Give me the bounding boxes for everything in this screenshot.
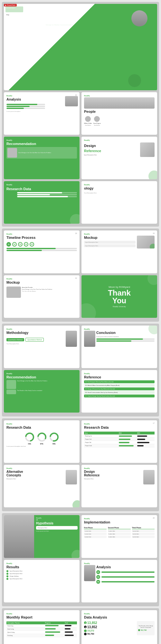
hero-image (131, 10, 147, 26)
monthly-table: Description Themes Progress Final Search… (6, 621, 77, 637)
analysis-bottom-image (84, 565, 95, 581)
ology-slide: Readify ology Your Description Here (81, 181, 157, 224)
rd-row-3: Project 3rd (84, 441, 155, 444)
analysis-bottom-slide: Readify Analysis 01 02 (81, 560, 157, 602)
hero-title-line1: Thesis (46, 9, 73, 16)
monthly-row-1: Searching (6, 624, 77, 628)
impl-col1: First Phase Lorem item Lorem item Lorem … (84, 527, 107, 538)
monthly-cell-2a: Goal Living (6, 627, 44, 630)
alt-label: Readify (6, 467, 77, 469)
dot-1: 01 (6, 242, 11, 247)
donut-3: 79% (49, 432, 59, 445)
row-mockup-thankyou: Readify 32 Mockup Ideas that Provoke Goo… (4, 275, 157, 318)
conclusion-text: Conclusion Lorem ipsum dolor sit amet co… (96, 331, 155, 347)
impl-col3: Third Phase Lorem item Lorem item Lorem … (132, 527, 155, 538)
dot-2: 02 (12, 242, 17, 247)
rec-content: Good Design is the One Man Can Solve the… (6, 380, 77, 389)
ty-circle2 (147, 275, 157, 285)
rd-row-1: Reading 1st (84, 434, 155, 438)
rd-cell-3b (118, 441, 136, 444)
monthly-report-slide: Readify Monthly Report Description Theme… (4, 610, 80, 644)
rd-table-label: Readify (84, 423, 155, 425)
ty-university: Readify University (113, 306, 126, 307)
monthly-row-4: Finishing (6, 634, 77, 637)
mockup2-slide: Readify 33 Mockup Input Description Here… (81, 230, 157, 273)
monthly-title: Monthly Report (6, 615, 77, 619)
analysis-item-3: 03 (96, 580, 155, 584)
section-5: Readify 08 Hypothesis Description Here L… (2, 513, 159, 606)
da-row-5: 56,790 (138, 629, 153, 631)
rd-th-item: Item (84, 432, 118, 434)
rd-top-title: Research Data (6, 187, 77, 191)
results-dot-4 (6, 578, 8, 580)
hypothesis-slide: Readify 08 Hypothesis Description Here L… (4, 515, 80, 558)
dot-4: 04 (24, 242, 28, 247)
ty-label: Move by ROMyard (109, 286, 130, 288)
hyp-layout: Readify 08 Hypothesis Description Here L… (4, 515, 80, 558)
analysis-top-desc: Lorem ipsum description (6, 111, 77, 112)
rd-cell-1a: Reading 1st (84, 434, 118, 438)
rd-cell-1c (136, 434, 155, 438)
mockup1-desc1: Ideas that Provoke (22, 287, 77, 288)
analysis-top-image (65, 96, 78, 106)
reference-slide: Readify Reference 01. Five Designer Rule… (81, 370, 157, 413)
row-alt-design: Readify Alternative Concepts Description… (4, 465, 157, 507)
ref-title: Reference (84, 375, 155, 379)
design-ref-top-content: Design Reference Input Description Here (84, 142, 155, 157)
results-content: Input Description Here Input Description… (6, 570, 77, 588)
rec-label: Readify (6, 373, 77, 375)
avatar-2: Yasui Engrva Team Member (93, 116, 101, 126)
alt-title-line2: Concepts (6, 473, 65, 477)
hero-title-line2: Defense (46, 16, 73, 23)
analysis-bars (6, 104, 45, 110)
ref-item-1: 01. Five Designer Rules by Rima Bakes (J… (84, 380, 155, 383)
hero-slide: Thesis Defense Design & Media Communicat… (4, 4, 157, 90)
rd-cell-4a: Project final (84, 444, 118, 447)
impl-col2: Second Phase Lorem item Lorem item Lorem… (108, 527, 130, 538)
analysis-num-3: 03 (96, 580, 100, 584)
alt-desc: Description Here (6, 478, 65, 480)
da-dot-4 (84, 633, 87, 635)
ref-item-4: 04. Visual Communication Idea by Lisa Sw… (84, 391, 155, 394)
analysis-bar-3 (101, 581, 155, 582)
avatar-circle-1 (85, 116, 91, 122)
mockup2-number: 33 (153, 232, 155, 234)
pp-icon: ▶ (5, 4, 6, 6)
analysis-top-slide: Readify 04 Analysis Lorem ipsum descript… (4, 92, 80, 135)
row-method-conclusion: Readify Methodology Quantitative Method … (4, 326, 157, 368)
avatar-role-2: Team Member (94, 125, 100, 126)
rd-charts-title: Research Data (6, 425, 77, 429)
analysis-bar-1 (101, 571, 155, 573)
rd-cell-3c (136, 441, 155, 444)
mockup1-number: 32 (75, 277, 77, 279)
rd-row-2: Project 2nd (84, 438, 155, 441)
ology-title: ology (84, 186, 155, 190)
donut-val-2: 57% (40, 443, 43, 445)
da-dot-5 (138, 629, 140, 631)
hyp-title: Hypothesis (36, 522, 78, 525)
design-ref-top-desc: Input Description Here (84, 154, 139, 156)
alt-image (66, 470, 77, 484)
monthly-cell-2b (44, 627, 64, 630)
section-3: Readify Methodology Quantitative Method … (2, 324, 159, 416)
method-image (66, 331, 77, 347)
design-ref-slide: Readify Design Reference Description Her… (81, 465, 157, 507)
row-results-analysis: Readify Results Input Description Here I… (4, 560, 157, 602)
results-row-3: Design thinking (6, 575, 72, 577)
impl-label: Readify (84, 518, 155, 520)
da-num4: 56,790 (87, 633, 94, 635)
analysis-bottom-label: Readify (84, 562, 155, 564)
ty-circle1 (81, 303, 96, 318)
method-tag2: Quantitative Method (25, 338, 44, 342)
avatar-circle-2 (94, 116, 100, 122)
conclusion-bars (96, 338, 155, 342)
results-text-1: Input Description Here (10, 570, 23, 572)
donut-1: 72% (24, 432, 35, 445)
timeline-dots: 01 02 03 04 05 (6, 242, 77, 247)
design-ref-desc: Description Here (84, 478, 142, 480)
mockup1-image (6, 287, 21, 298)
design-ref-img (143, 470, 155, 484)
results-text-4: Input Description Here (10, 578, 23, 580)
results-slide: Readify Results Input Description Here I… (4, 560, 80, 602)
da-icon-2: ◆ (84, 626, 87, 628)
